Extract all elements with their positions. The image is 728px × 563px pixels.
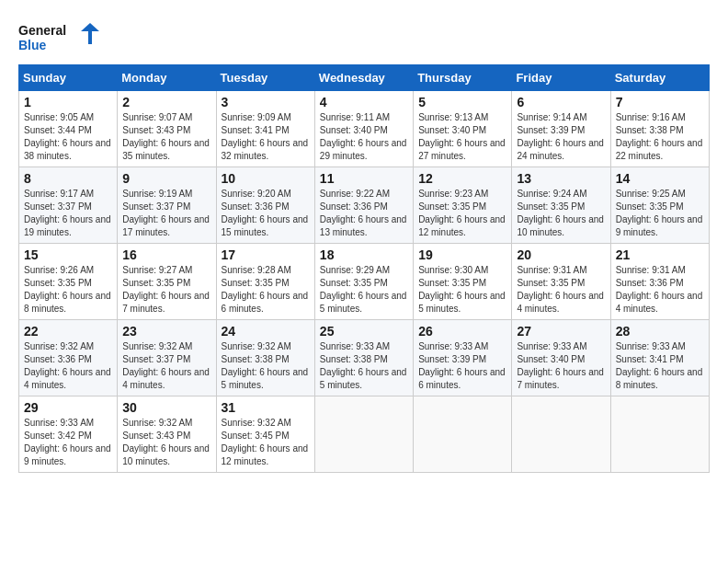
calendar-cell: 19Sunrise: 9:30 AM Sunset: 3:35 PM Dayli…: [414, 244, 512, 320]
day-number: 24: [222, 324, 310, 339]
day-number: 3: [222, 95, 310, 109]
calendar-cell: 6Sunrise: 9:14 AM Sunset: 3:39 PM Daylig…: [512, 91, 610, 167]
svg-marker-2: [81, 23, 99, 44]
day-number: 26: [418, 324, 506, 339]
day-number: 21: [616, 247, 704, 262]
day-number: 20: [517, 247, 605, 262]
page-header: General Blue: [18, 18, 710, 55]
calendar-cell: 12Sunrise: 9:23 AM Sunset: 3:35 PM Dayli…: [414, 167, 512, 244]
day-info: Sunrise: 9:32 AM Sunset: 3:36 PM Dayligh…: [24, 340, 112, 392]
day-info: Sunrise: 9:29 AM Sunset: 3:35 PM Dayligh…: [320, 264, 408, 316]
day-info: Sunrise: 9:33 AM Sunset: 3:41 PM Dayligh…: [616, 340, 704, 392]
weekday-header-monday: Monday: [118, 65, 216, 91]
day-info: Sunrise: 9:09 AM Sunset: 3:41 PM Dayligh…: [222, 111, 310, 163]
day-info: Sunrise: 9:19 AM Sunset: 3:37 PM Dayligh…: [122, 188, 210, 239]
calendar-cell: 14Sunrise: 9:25 AM Sunset: 3:35 PM Dayli…: [610, 167, 709, 244]
calendar-cell: 13Sunrise: 9:24 AM Sunset: 3:35 PM Dayli…: [512, 167, 610, 244]
calendar-cell: [512, 396, 610, 473]
calendar-cell: 9Sunrise: 9:19 AM Sunset: 3:37 PM Daylig…: [118, 167, 216, 244]
day-number: 4: [320, 95, 408, 109]
calendar-cell: 25Sunrise: 9:33 AM Sunset: 3:38 PM Dayli…: [314, 320, 413, 396]
calendar-cell: 11Sunrise: 9:22 AM Sunset: 3:36 PM Dayli…: [314, 167, 413, 244]
day-info: Sunrise: 9:28 AM Sunset: 3:35 PM Dayligh…: [222, 264, 310, 316]
day-info: Sunrise: 9:20 AM Sunset: 3:36 PM Dayligh…: [222, 188, 310, 239]
day-number: 22: [24, 324, 112, 339]
calendar-cell: 20Sunrise: 9:31 AM Sunset: 3:35 PM Dayli…: [512, 244, 610, 320]
day-info: Sunrise: 9:07 AM Sunset: 3:43 PM Dayligh…: [122, 111, 210, 163]
weekday-header-saturday: Saturday: [610, 65, 709, 91]
weekday-header-wednesday: Wednesday: [314, 65, 413, 91]
day-number: 17: [222, 247, 310, 262]
day-number: 8: [24, 171, 112, 186]
day-number: 15: [24, 247, 112, 262]
day-number: 13: [517, 171, 605, 186]
day-info: Sunrise: 9:33 AM Sunset: 3:38 PM Dayligh…: [320, 340, 408, 392]
calendar-cell: 24Sunrise: 9:32 AM Sunset: 3:38 PM Dayli…: [216, 320, 314, 396]
calendar-cell: 28Sunrise: 9:33 AM Sunset: 3:41 PM Dayli…: [610, 320, 709, 396]
calendar-cell: 10Sunrise: 9:20 AM Sunset: 3:36 PM Dayli…: [216, 167, 314, 244]
day-info: Sunrise: 9:05 AM Sunset: 3:44 PM Dayligh…: [24, 111, 112, 163]
day-info: Sunrise: 9:25 AM Sunset: 3:35 PM Dayligh…: [616, 188, 704, 239]
logo-icon: General Blue: [18, 18, 101, 55]
calendar-cell: 21Sunrise: 9:31 AM Sunset: 3:36 PM Dayli…: [610, 244, 709, 320]
calendar-cell: 3Sunrise: 9:09 AM Sunset: 3:41 PM Daylig…: [216, 91, 314, 167]
calendar-cell: 30Sunrise: 9:32 AM Sunset: 3:43 PM Dayli…: [118, 396, 216, 473]
calendar-cell: 17Sunrise: 9:28 AM Sunset: 3:35 PM Dayli…: [216, 244, 314, 320]
day-number: 14: [616, 171, 704, 186]
calendar-cell: 4Sunrise: 9:11 AM Sunset: 3:40 PM Daylig…: [314, 91, 413, 167]
calendar-cell: 8Sunrise: 9:17 AM Sunset: 3:37 PM Daylig…: [19, 167, 118, 244]
day-info: Sunrise: 9:32 AM Sunset: 3:43 PM Dayligh…: [122, 417, 210, 468]
day-number: 23: [122, 324, 210, 339]
day-number: 29: [24, 400, 112, 415]
calendar-cell: 23Sunrise: 9:32 AM Sunset: 3:37 PM Dayli…: [118, 320, 216, 396]
weekday-header-thursday: Thursday: [414, 65, 512, 91]
day-info: Sunrise: 9:23 AM Sunset: 3:35 PM Dayligh…: [418, 188, 506, 239]
day-info: Sunrise: 9:32 AM Sunset: 3:45 PM Dayligh…: [222, 417, 310, 468]
day-info: Sunrise: 9:13 AM Sunset: 3:40 PM Dayligh…: [418, 111, 506, 163]
calendar-cell: 15Sunrise: 9:26 AM Sunset: 3:35 PM Dayli…: [19, 244, 118, 320]
day-info: Sunrise: 9:22 AM Sunset: 3:36 PM Dayligh…: [320, 188, 408, 239]
calendar-cell: 2Sunrise: 9:07 AM Sunset: 3:43 PM Daylig…: [118, 91, 216, 167]
day-number: 11: [320, 171, 408, 186]
day-number: 31: [222, 400, 310, 415]
svg-text:General: General: [18, 23, 66, 38]
day-info: Sunrise: 9:30 AM Sunset: 3:35 PM Dayligh…: [418, 264, 506, 316]
day-info: Sunrise: 9:33 AM Sunset: 3:42 PM Dayligh…: [24, 417, 112, 468]
calendar-cell: 5Sunrise: 9:13 AM Sunset: 3:40 PM Daylig…: [414, 91, 512, 167]
weekday-header-sunday: Sunday: [19, 65, 118, 91]
calendar-cell: [610, 396, 709, 473]
day-number: 5: [418, 95, 506, 109]
day-number: 9: [122, 171, 210, 186]
day-info: Sunrise: 9:11 AM Sunset: 3:40 PM Dayligh…: [320, 111, 408, 163]
day-number: 2: [122, 95, 210, 109]
calendar-cell: 26Sunrise: 9:33 AM Sunset: 3:39 PM Dayli…: [414, 320, 512, 396]
day-number: 6: [517, 95, 605, 109]
calendar-cell: 31Sunrise: 9:32 AM Sunset: 3:45 PM Dayli…: [216, 396, 314, 473]
day-info: Sunrise: 9:14 AM Sunset: 3:39 PM Dayligh…: [517, 111, 605, 163]
day-number: 19: [418, 247, 506, 262]
calendar-table: SundayMondayTuesdayWednesdayThursdayFrid…: [18, 64, 710, 473]
calendar-cell: 16Sunrise: 9:27 AM Sunset: 3:35 PM Dayli…: [118, 244, 216, 320]
calendar-cell: 7Sunrise: 9:16 AM Sunset: 3:38 PM Daylig…: [610, 91, 709, 167]
day-number: 30: [122, 400, 210, 415]
calendar-cell: [314, 396, 413, 473]
day-number: 10: [222, 171, 310, 186]
svg-text:Blue: Blue: [18, 38, 47, 52]
day-info: Sunrise: 9:31 AM Sunset: 3:35 PM Dayligh…: [517, 264, 605, 316]
day-info: Sunrise: 9:33 AM Sunset: 3:40 PM Dayligh…: [517, 340, 605, 392]
logo: General Blue: [18, 18, 101, 55]
day-info: Sunrise: 9:31 AM Sunset: 3:36 PM Dayligh…: [616, 264, 704, 316]
day-number: 12: [418, 171, 506, 186]
day-info: Sunrise: 9:32 AM Sunset: 3:38 PM Dayligh…: [222, 340, 310, 392]
calendar-cell: 18Sunrise: 9:29 AM Sunset: 3:35 PM Dayli…: [314, 244, 413, 320]
day-info: Sunrise: 9:32 AM Sunset: 3:37 PM Dayligh…: [122, 340, 210, 392]
day-number: 7: [616, 95, 704, 109]
weekday-header-tuesday: Tuesday: [216, 65, 314, 91]
day-number: 18: [320, 247, 408, 262]
day-number: 28: [616, 324, 704, 339]
calendar-cell: 27Sunrise: 9:33 AM Sunset: 3:40 PM Dayli…: [512, 320, 610, 396]
weekday-header-friday: Friday: [512, 65, 610, 91]
calendar-cell: 22Sunrise: 9:32 AM Sunset: 3:36 PM Dayli…: [19, 320, 118, 396]
calendar-cell: 1Sunrise: 9:05 AM Sunset: 3:44 PM Daylig…: [19, 91, 118, 167]
day-info: Sunrise: 9:27 AM Sunset: 3:35 PM Dayligh…: [122, 264, 210, 316]
